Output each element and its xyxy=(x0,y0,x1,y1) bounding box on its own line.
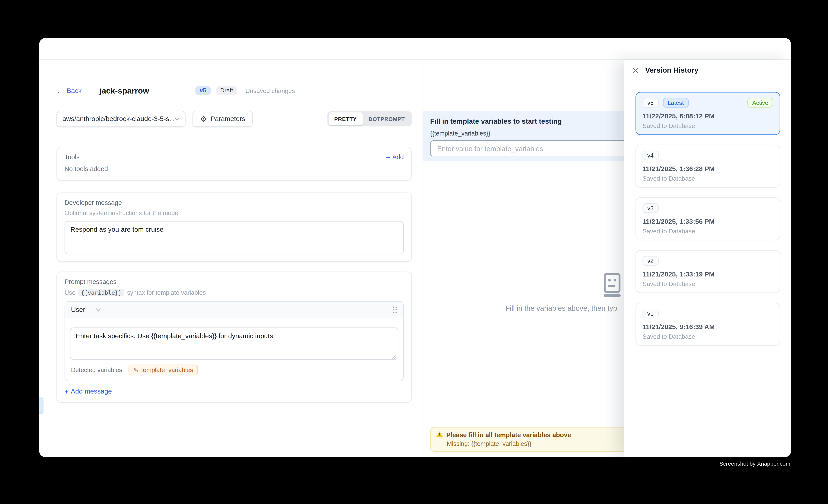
drag-handle-icon[interactable] xyxy=(392,306,398,313)
arrow-left-icon: ← xyxy=(56,87,64,94)
toggle-pretty[interactable]: PRETTY xyxy=(328,112,363,125)
tools-title: Tools xyxy=(65,153,80,161)
version-number-badge: v5 xyxy=(643,98,658,108)
parameters-button[interactable]: ⚙ Parameters xyxy=(193,111,253,127)
message-text: Enter task specifics. Use {{template_var… xyxy=(76,332,273,340)
version-history-header: Version History xyxy=(624,60,791,81)
warning-icon xyxy=(436,431,443,439)
gear-icon: ⚙ xyxy=(200,115,207,123)
version-card[interactable]: v211/21/2025, 1:33:19 PMSaved to Databas… xyxy=(635,250,780,293)
role-select-value[interactable]: User xyxy=(71,306,85,313)
bot-face-icon xyxy=(602,273,623,300)
version-status: Saved to Database xyxy=(643,123,773,129)
version-number-badge: v2 xyxy=(643,256,658,265)
version-number-badge: v3 xyxy=(643,203,658,213)
version-status: Saved to Database xyxy=(643,333,773,340)
version-status: Saved to Database xyxy=(643,281,773,287)
prompt-messages-subtitle: Use {{variable}} syntax for template var… xyxy=(65,289,404,296)
toggle-dotprompt[interactable]: DOTPROMPT xyxy=(363,112,411,125)
latest-badge: Latest xyxy=(663,98,689,108)
page-header-row: ← Back jack-sparrow v5 Draft Unsaved cha… xyxy=(56,86,412,95)
close-icon[interactable] xyxy=(632,67,639,73)
version-timestamp: 11/21/2025, 1:36:28 PM xyxy=(643,165,773,173)
version-number-badge: v1 xyxy=(643,309,658,318)
template-variable-chip[interactable]: ✎ template_variables xyxy=(129,365,198,375)
watermark: Screenshot by Xnapper.com xyxy=(602,460,790,467)
detected-variables-row: Detected variables: ✎ template_variables xyxy=(65,360,403,381)
template-variable-name: template_variables xyxy=(141,367,193,373)
model-select-value: aws/anthropic/bedrock-claude-3-5-s... xyxy=(62,115,174,123)
version-timestamp: 11/22/2025, 6:08:12 PM xyxy=(643,112,773,120)
developer-message-subtitle: Optional system instructions for the mod… xyxy=(65,210,404,216)
developer-message-card: Developer message Optional system instru… xyxy=(56,193,412,262)
version-card[interactable]: v111/21/2025, 9:16:39 AMSaved to Databas… xyxy=(635,303,780,346)
prompt-messages-card: Prompt messages Use {{variable}} syntax … xyxy=(56,271,412,403)
subtitle-suffix: syntax for template variables xyxy=(127,289,206,296)
model-select[interactable]: aws/anthropic/bedrock-claude-3-5-s... xyxy=(56,111,185,127)
version-card[interactable]: v411/21/2025, 1:36:28 PMSaved to Databas… xyxy=(635,145,780,188)
variable-syntax-chip: {{variable}} xyxy=(78,289,124,296)
tools-card: Tools + Add No tools added xyxy=(56,147,412,181)
format-toggle: PRETTY DOTPROMPT xyxy=(327,111,412,126)
page-title: jack-sparrow xyxy=(99,86,149,95)
unsaved-changes-label: Unsaved changes xyxy=(245,87,295,94)
version-number-badge: v4 xyxy=(643,151,658,160)
chevron-down-icon[interactable] xyxy=(96,308,101,312)
active-badge: Active xyxy=(747,98,773,108)
version-timestamp: 11/21/2025, 1:33:19 PM xyxy=(643,270,773,278)
version-card[interactable]: v311/21/2025, 1:33:56 PMSaved to Databas… xyxy=(635,198,780,241)
resize-handle-icon[interactable] xyxy=(391,353,396,358)
prompt-messages-title: Prompt messages xyxy=(65,278,404,286)
add-tool-label: Add xyxy=(392,153,404,161)
plus-icon: + xyxy=(65,388,69,395)
version-list: v5LatestActive11/22/2025, 6:08:12 PMSave… xyxy=(624,81,791,346)
version-card[interactable]: v5LatestActive11/22/2025, 6:08:12 PMSave… xyxy=(635,92,780,135)
version-badge: v5 xyxy=(195,86,211,95)
draft-badge: Draft xyxy=(216,86,237,95)
pencil-icon: ✎ xyxy=(134,367,138,373)
message-block: User xyxy=(65,301,404,381)
version-timestamp: 11/21/2025, 1:33:56 PM xyxy=(643,218,773,225)
version-history-panel: Version History v5LatestActive11/22/2025… xyxy=(624,60,791,457)
add-tool-button[interactable]: + Add xyxy=(386,153,404,161)
prompt-editor-column: ← Back jack-sparrow v5 Draft Unsaved cha… xyxy=(39,60,423,457)
version-timestamp: 11/21/2025, 9:16:39 AM xyxy=(643,323,773,331)
screenshot-stage: ← Back jack-sparrow v5 Draft Unsaved cha… xyxy=(0,0,828,504)
detected-variables-label: Detected variables: xyxy=(71,367,124,373)
version-status: Saved to Database xyxy=(643,228,773,234)
empty-state-text: Fill in the variables above, then typ xyxy=(505,304,617,312)
warning-title: Please fill in all template variables ab… xyxy=(446,431,571,439)
version-history-title: Version History xyxy=(645,66,699,74)
left-drawer-handle[interactable] xyxy=(39,397,44,414)
model-toolbar: aws/anthropic/bedrock-claude-3-5-s... ⚙ … xyxy=(56,111,412,127)
developer-message-textarea[interactable]: Respond as you are tom cruise xyxy=(65,221,404,254)
add-message-label: Add message xyxy=(71,388,112,395)
message-role-row: User xyxy=(65,302,403,319)
version-status: Saved to Database xyxy=(643,175,773,182)
developer-message-title: Developer message xyxy=(65,199,404,206)
subtitle-prefix: Use xyxy=(65,289,76,296)
parameters-label: Parameters xyxy=(211,115,245,123)
back-button[interactable]: ← Back xyxy=(56,87,82,94)
plus-icon: + xyxy=(386,154,390,161)
add-message-button[interactable]: + Add message xyxy=(65,388,404,395)
app-window: ← Back jack-sparrow v5 Draft Unsaved cha… xyxy=(39,38,791,457)
tools-empty-state: No tools added xyxy=(65,165,404,173)
chevron-down-icon xyxy=(174,115,180,123)
back-label: Back xyxy=(67,87,81,94)
app-top-bar xyxy=(39,38,791,60)
message-textarea[interactable]: Enter task specifics. Use {{template_var… xyxy=(70,328,399,360)
